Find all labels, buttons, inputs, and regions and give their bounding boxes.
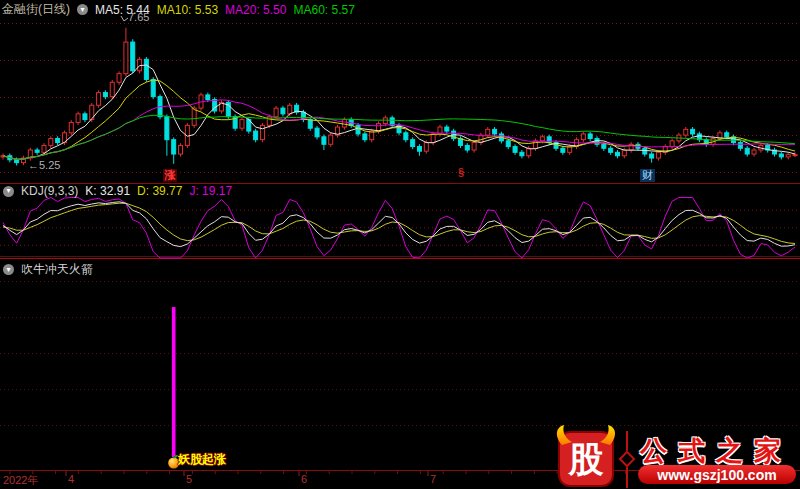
collapse-panel2-icon[interactable]: ▾ <box>3 186 14 197</box>
axis-year-label: 2022年 <box>3 473 38 488</box>
axis-month-label: 4 <box>68 473 74 485</box>
kdj-j-value: J: 19.17 <box>189 184 232 198</box>
candle-panel-header: 金融街(日线) ▾ MA5: 5.44 MA10: 5.53 MA20: 5.5… <box>2 1 355 18</box>
collapse-panel3-icon[interactable]: ▾ <box>3 264 14 275</box>
collapse-panel1-icon[interactable]: ▾ <box>77 4 88 15</box>
logo-site-name: 公式之家 <box>640 433 800 469</box>
section-event-badge: § <box>458 166 464 178</box>
panel-separators <box>0 184 800 471</box>
kdj-d-value: D: 39.77 <box>137 184 182 198</box>
rocket-signal-line <box>168 307 179 469</box>
rocket-panel-header: ▾ 吹牛冲天火箭 <box>3 261 93 278</box>
bull-horns-icon <box>552 424 620 446</box>
logo-site-url: www.gszj100.com <box>638 465 796 484</box>
kdj-k-value: K: 32.91 <box>85 184 130 198</box>
ma20-label: MA20: 5.50 <box>225 3 286 17</box>
axis-month-label: 7 <box>430 473 436 485</box>
ma60-label: MA60: 5.57 <box>293 3 354 17</box>
candlestick-series <box>1 28 797 166</box>
ma10-label: MA10: 5.53 <box>157 3 218 17</box>
candle-panel-gridlines <box>0 24 800 173</box>
arrow-left-icon: ← <box>28 159 39 171</box>
kdj-title: KDJ(9,3,3) <box>21 184 78 198</box>
stock-app-window: 金融街(日线) ▾ MA5: 5.44 MA10: 5.53 MA20: 5.5… <box>0 0 800 489</box>
chart-svg[interactable] <box>0 0 800 489</box>
stock-title: 金融街(日线) <box>2 1 70 18</box>
finance-report-badge: 财 <box>640 169 655 182</box>
signal-text-label: 妖股起涨 <box>178 451 226 468</box>
axis-month-label: 6 <box>301 473 307 485</box>
moving-average-lines <box>3 65 795 159</box>
peak-price-label: 7.65 <box>128 11 149 23</box>
low-price-label: ←5.25 <box>28 159 60 171</box>
kdj-panel-header: ▾ KDJ(9,3,3) K: 32.91 D: 39.77 J: 19.17 <box>3 184 232 198</box>
rise-event-badge: 涨 <box>163 169 177 182</box>
rocket-indicator-title: 吹牛冲天火箭 <box>21 261 93 278</box>
rocket-panel-gridlines <box>0 282 800 426</box>
axis-month-label: 5 <box>186 473 192 485</box>
